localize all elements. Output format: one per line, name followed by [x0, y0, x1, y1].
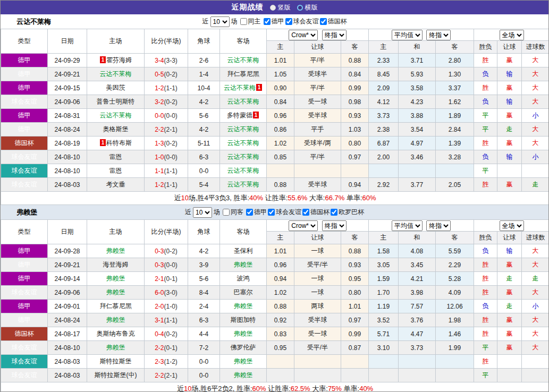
- home-team-cell: 云达不莱梅: [87, 109, 145, 123]
- away-team-name[interactable]: 云达不莱梅: [227, 153, 259, 160]
- away-team-name[interactable]: 云达不莱梅: [227, 98, 259, 105]
- home-team-name[interactable]: 奥格斯堡: [103, 125, 129, 133]
- league-checkbox[interactable]: [331, 209, 337, 216]
- league-checkbox[interactable]: [246, 209, 253, 216]
- home-team-name[interactable]: 霍芬海姆: [106, 56, 132, 64]
- avg-away-cell: 2.80: [436, 54, 474, 67]
- same-venue-checkbox[interactable]: [240, 18, 247, 25]
- away-team-name[interactable]: 多特蒙德: [227, 112, 252, 119]
- result-wdl-cell: 胜: [474, 313, 497, 327]
- home-team-name[interactable]: 弗赖堡: [106, 316, 125, 323]
- odds-source-select[interactable]: Crow*: [289, 220, 318, 231]
- home-team-name[interactable]: 云达不莱梅: [100, 112, 132, 119]
- home-team-name[interactable]: 考文垂: [106, 181, 125, 188]
- scope-select[interactable]: 全场: [500, 30, 524, 40]
- away-team-name[interactable]: 波鸿: [237, 275, 250, 282]
- league-checkbox[interactable]: [320, 18, 327, 25]
- away-team-name[interactable]: 云达不莱梅: [224, 84, 256, 91]
- league-filter[interactable]: 德甲: [263, 17, 284, 26]
- avg-source-select[interactable]: 平均值: [392, 220, 423, 231]
- score-cell: 1-2(1-1): [145, 178, 188, 192]
- away-team-name[interactable]: 弗赖堡: [234, 261, 253, 268]
- away-team-name[interactable]: 云达不莱梅: [227, 167, 259, 174]
- home-team-name[interactable]: 弗赖堡: [106, 344, 125, 351]
- away-team-name[interactable]: 云达不莱梅: [227, 181, 259, 188]
- home-team-name[interactable]: 科特布斯: [106, 139, 132, 147]
- summary-text: 66.7%: [325, 194, 344, 202]
- subcol-goals: 进球数: [522, 232, 549, 244]
- home-team-name[interactable]: 奥斯纳布鲁克: [97, 330, 135, 337]
- away-team-cell: 云达不莱梅: [220, 150, 267, 164]
- avg-away-cell: 5.28: [436, 272, 474, 286]
- same-venue-filter[interactable]: 同客: [222, 208, 243, 217]
- corner-cell: 0-0: [188, 369, 220, 382]
- away-team-name[interactable]: 弗赖堡: [234, 302, 253, 310]
- away-team-name[interactable]: 拜仁慕尼黑: [227, 70, 259, 78]
- home-team-name[interactable]: 云达不莱梅: [100, 70, 132, 78]
- odds-time-select[interactable]: 终指: [322, 220, 347, 231]
- same-venue-filter[interactable]: 同主: [239, 17, 261, 26]
- away-team-name[interactable]: 巴塞尔: [234, 288, 253, 296]
- away-team-cell: 圣保利: [220, 244, 267, 258]
- odds-home-cell: 0.94: [267, 272, 294, 286]
- home-team-name[interactable]: 雷恩: [109, 153, 122, 160]
- halftime-score: (1-2): [164, 358, 178, 365]
- home-team-name[interactable]: 斯特拉斯堡: [100, 357, 132, 365]
- avg-time-select[interactable]: 终指: [426, 220, 451, 231]
- home-team-name[interactable]: 普鲁士明斯特: [97, 98, 135, 105]
- away-team-name[interactable]: 佛罗伦萨: [231, 344, 256, 351]
- odds-home-cell: 0.96: [267, 109, 294, 123]
- home-team-name[interactable]: 海登海姆: [103, 261, 129, 268]
- away-team-name[interactable]: 云达不莱梅: [227, 139, 259, 147]
- avg-time-select[interactable]: 终指: [426, 30, 451, 40]
- home-team-name[interactable]: 斯特拉斯堡(中): [95, 371, 137, 379]
- subcol-odds-home: 主: [267, 41, 294, 54]
- view-option-vertical[interactable]: 竖版: [270, 3, 291, 12]
- fulltime-score: 1-2: [155, 84, 164, 92]
- date-cell: 24-08-03: [48, 369, 87, 382]
- home-team-name[interactable]: 美因茨: [106, 84, 125, 91]
- away-team-name[interactable]: 斯图加特: [231, 316, 256, 323]
- result-goals-cell: 小: [522, 109, 549, 123]
- corner-cell: 8-4: [188, 286, 220, 300]
- league-checkbox[interactable]: [268, 209, 275, 216]
- away-team-name[interactable]: 云达不莱梅: [227, 125, 259, 133]
- column-header-corner: 角球: [188, 220, 220, 244]
- league-filter[interactable]: 球会友谊: [284, 17, 319, 26]
- away-team-name[interactable]: 云达不莱梅: [227, 56, 259, 64]
- away-team-name[interactable]: 弗赖堡: [234, 371, 253, 379]
- radio-selected-icon[interactable]: [270, 5, 276, 11]
- home-team-name[interactable]: 弗赖堡: [106, 247, 125, 254]
- date-cell: 24-08-10: [48, 150, 87, 164]
- odds-home-cell: 0.95: [267, 341, 294, 355]
- home-team-name[interactable]: 弗赖堡: [106, 288, 125, 296]
- league-checkbox[interactable]: [285, 18, 292, 25]
- home-team-name[interactable]: 弗赖堡: [106, 275, 125, 282]
- odds-time-select[interactable]: 终指: [322, 30, 347, 40]
- away-team-name[interactable]: 弗赖堡: [234, 330, 253, 337]
- home-team-name[interactable]: 拜仁慕尼黑: [100, 302, 132, 310]
- fulltime-score: 1-3: [155, 140, 164, 147]
- radio-unselected-icon[interactable]: [297, 5, 303, 11]
- league-filters: 德甲球会友谊德国杯: [263, 17, 347, 26]
- league-filter[interactable]: 欧罗巴杯: [330, 208, 364, 217]
- games-count-select[interactable]: 10: [193, 207, 212, 218]
- away-team-name[interactable]: 圣保利: [234, 247, 253, 254]
- scope-select[interactable]: 全场: [500, 220, 524, 231]
- games-count-select[interactable]: 10: [210, 16, 230, 27]
- avg-draw-cell: 4.08: [399, 244, 436, 258]
- league-filter[interactable]: 德国杯: [301, 208, 330, 217]
- league-filter[interactable]: 德国杯: [319, 17, 347, 26]
- league-filter[interactable]: 球会友谊: [267, 208, 301, 217]
- home-team-name[interactable]: 雷恩: [109, 167, 122, 174]
- view-option-horizontal[interactable]: 横版: [297, 3, 318, 12]
- league-checkbox[interactable]: [264, 18, 271, 25]
- league-checkbox[interactable]: [302, 209, 309, 216]
- avg-source-select[interactable]: 平均值: [392, 30, 423, 40]
- home-team-cell: 奥格斯堡: [87, 123, 145, 137]
- odds-source-select[interactable]: Crow*: [289, 30, 318, 40]
- away-team-name[interactable]: 弗赖堡: [234, 357, 253, 365]
- odds-handicap-cell: 受半球: [294, 178, 341, 192]
- same-venue-checkbox[interactable]: [223, 209, 230, 216]
- league-filter[interactable]: 德甲: [245, 208, 267, 217]
